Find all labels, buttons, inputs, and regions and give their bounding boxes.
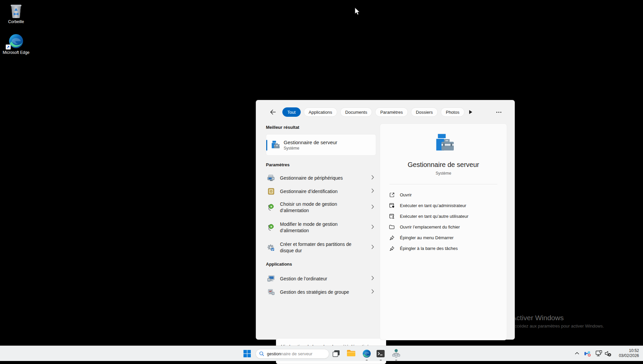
mouse-cursor — [354, 7, 360, 16]
network-domain-icon — [392, 349, 401, 358]
result-label: Gestion de l’ordinateur — [280, 276, 360, 282]
action-pin-to-start[interactable]: Épingler au menu Démarrer — [380, 232, 507, 243]
chevron-right-icon — [371, 245, 375, 251]
pin-icon — [389, 246, 395, 251]
tray-network-button[interactable] — [595, 350, 602, 358]
edge-icon — [362, 349, 371, 358]
tab-applications[interactable]: Applications — [304, 107, 337, 117]
tab-documents[interactable]: Documents — [340, 107, 372, 117]
selection-accent-bar — [266, 140, 267, 151]
credential-manager-icon — [267, 188, 275, 195]
desktop-icon-edge[interactable]: Microsoft Edge — [2, 33, 30, 55]
task-view-button[interactable] — [332, 350, 340, 359]
more-options-button[interactable] — [494, 109, 503, 115]
action-label: Épingler à la barre des tâches — [400, 246, 458, 251]
run-as-admin-icon — [389, 203, 395, 208]
settings-heading: Paramètres — [266, 162, 376, 167]
taskbar-search-input[interactable]: gestionnaire de serveur — [256, 349, 329, 359]
action-label: Ouvrir l’emplacement du fichier — [400, 224, 460, 230]
result-edit-power-plan[interactable]: Modifier le mode de gestion d’alimentati… — [266, 219, 376, 236]
chevron-right-icon — [371, 276, 375, 282]
action-open[interactable]: Ouvrir — [380, 189, 507, 200]
action-run-as-admin[interactable]: Exécuter en tant qu’administrateur — [380, 200, 507, 211]
preview-pane: Gestionnaire de serveur Système Ouvrir E… — [380, 123, 507, 340]
tray-overflow-button[interactable] — [575, 351, 579, 356]
scroll-tabs-button[interactable] — [468, 109, 474, 115]
network-admin-app-button[interactable] — [392, 349, 401, 359]
result-label: Choisir un mode de gestion d’alimentatio… — [280, 201, 360, 214]
tab-photos[interactable]: Photos — [441, 107, 464, 117]
running-indicator-edge — [366, 360, 368, 361]
result-computer-management[interactable]: Gestion de l’ordinateur — [266, 273, 376, 285]
action-run-as-other-user[interactable]: Exécuter en tant qu’autre utilisateur — [380, 211, 507, 221]
disk-management-icon — [267, 244, 275, 251]
folder-icon — [389, 225, 395, 229]
settings-results: Gestionnaire de périphériques Gestionnai… — [266, 172, 376, 256]
apps-heading: Applications — [266, 262, 376, 267]
best-result-item[interactable]: Gestionnaire de serveur Système — [266, 134, 376, 156]
chevron-right-icon — [371, 224, 375, 231]
preview-subtitle: Système — [380, 171, 507, 176]
action-label: Exécuter en tant qu’autre utilisateur — [400, 214, 469, 219]
group-policy-icon — [267, 289, 275, 295]
result-credential-manager[interactable]: Gestionnaire d’identification — [266, 185, 376, 197]
hardware-error-icon — [584, 350, 591, 357]
recycle-bin-icon — [2, 3, 30, 18]
run-as-other-user-icon — [389, 214, 395, 219]
chevron-right-icon — [371, 175, 375, 181]
best-result-heading: Meilleur résultat — [266, 125, 376, 130]
watermark-title: Activer Windows — [512, 314, 604, 322]
desktop-icon-label: Corbeille — [2, 19, 30, 24]
tab-tout[interactable]: Tout — [282, 107, 301, 117]
search-icon — [259, 351, 264, 356]
action-pin-to-taskbar[interactable]: Épingler à la barre des tâches — [380, 243, 507, 254]
chevron-right-icon — [371, 188, 375, 194]
result-disk-partitions[interactable]: Créer et formater des partitions de disq… — [266, 239, 376, 256]
shortcut-arrow-badge — [6, 44, 11, 50]
ellipsis-icon — [496, 112, 497, 113]
edge-icon — [2, 33, 30, 49]
watermark-subtitle: Accédez aux paramètres pour activer Wind… — [512, 324, 604, 329]
taskbar: gestionnaire de serveur — [0, 346, 643, 361]
action-label: Exécuter en tant qu’administrateur — [400, 203, 466, 208]
edge-button[interactable] — [362, 349, 371, 359]
computer-management-icon — [267, 275, 275, 282]
tray-hardware-button[interactable] — [584, 350, 591, 358]
file-explorer-button[interactable] — [347, 349, 356, 358]
network-monitor-icon — [595, 350, 602, 357]
results-column: Meilleur résultat Gestionnaire de serveu… — [266, 125, 376, 298]
file-explorer-icon — [347, 349, 356, 357]
tab-parametres[interactable]: Paramètres — [375, 107, 408, 117]
desktop-icon-recycle-bin[interactable]: Corbeille — [2, 3, 30, 24]
running-indicator-terminal — [380, 360, 382, 361]
pin-icon — [389, 235, 395, 240]
tab-dossiers[interactable]: Dossiers — [411, 107, 438, 117]
result-choose-power-plan[interactable]: Choisir un mode de gestion d’alimentatio… — [266, 199, 376, 216]
preview-title: Gestionnaire de serveur — [380, 161, 507, 169]
result-device-manager[interactable]: Gestionnaire de périphériques — [266, 172, 376, 184]
result-label: Créer et formater des partitions de disq… — [280, 241, 360, 254]
action-label: Épingler au menu Démarrer — [400, 235, 453, 240]
best-result-title: Gestionnaire de serveur — [284, 140, 337, 145]
tray-volume-button[interactable] — [604, 350, 612, 358]
result-label: Modifier le mode de gestion d’alimentati… — [280, 221, 360, 234]
search-text: gestionnaire de serveur — [267, 351, 312, 356]
clock-date: 03/02/2026 — [619, 353, 639, 358]
power-plan-icon — [267, 204, 275, 211]
server-manager-large-icon — [380, 134, 507, 153]
start-button[interactable] — [243, 350, 251, 358]
chevron-right-icon — [371, 204, 375, 210]
context-actions: Ouvrir Exécuter en tant qu’administrateu… — [380, 189, 507, 254]
clock-time: 10:52 — [619, 348, 639, 353]
clock[interactable]: 10:52 03/02/2026 — [619, 348, 639, 358]
result-group-policy[interactable]: Gestion des stratégies de groupe — [266, 286, 376, 298]
power-plan-icon — [267, 224, 275, 231]
terminal-button[interactable] — [376, 350, 385, 359]
result-label: Gestion des stratégies de groupe — [280, 289, 360, 295]
server-manager-icon — [270, 141, 280, 150]
desktop-icon-label: Microsoft Edge — [2, 50, 30, 55]
action-open-file-location[interactable]: Ouvrir l’emplacement du fichier — [380, 221, 507, 232]
back-button[interactable] — [269, 108, 277, 116]
search-filter-tabs: Tout Applications Documents Paramètres D… — [269, 107, 503, 117]
chevron-up-icon — [575, 352, 579, 355]
